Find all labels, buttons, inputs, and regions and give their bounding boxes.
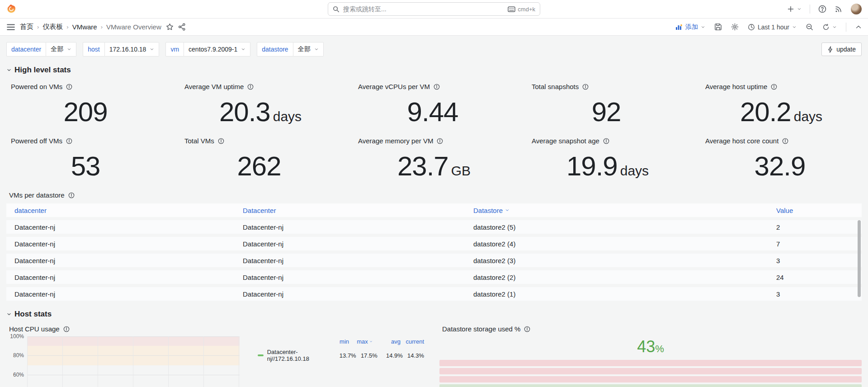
chevron-down-icon <box>67 47 71 52</box>
help-icon[interactable] <box>818 5 826 13</box>
add-panel-button[interactable]: 添加 <box>675 23 705 31</box>
y-axis-tick: 80% <box>13 352 27 359</box>
stat-value: 262 <box>237 151 281 181</box>
share-icon[interactable] <box>178 23 186 31</box>
panel-title: Host CPU usage <box>9 325 60 333</box>
vms-per-datastore-panel: VMs per datastore datacenter Datacenter … <box>6 188 862 301</box>
stat-title: Powered off VMs <box>11 137 62 145</box>
vms-table: datacenter Datacenter Datastore Value Da… <box>6 203 862 301</box>
info-icon[interactable] <box>524 326 530 332</box>
stat-title: Powered on VMs <box>11 83 62 90</box>
breadcrumb-current: VMware Overview <box>106 23 161 31</box>
info-icon[interactable] <box>782 138 788 144</box>
search-shortcut: cmd+k <box>508 6 535 13</box>
breadcrumb-separator: › <box>66 24 68 30</box>
cell-datacenter: Datacenter-nj <box>235 274 465 281</box>
table-row: Datacenter-nj Datacenter-nj datastore2 (… <box>6 287 862 301</box>
series-min: 13.7% <box>335 352 356 359</box>
variable-datacenter-select[interactable]: 全部 <box>46 42 76 57</box>
chevron-down-icon <box>6 311 12 317</box>
news-icon[interactable] <box>835 5 843 13</box>
column-header-value[interactable]: Value <box>768 207 862 214</box>
chart-plot-area <box>27 336 240 387</box>
dashboard-nav-bar: 首页 › 仪表板 › VMware › VMware Overview 添加 <box>0 19 868 36</box>
legend-col-avg[interactable]: avg <box>373 338 401 345</box>
info-icon[interactable] <box>247 84 254 90</box>
cell-datacenter-var: Datacenter-nj <box>6 240 235 248</box>
chevron-down-icon <box>832 25 837 29</box>
variable-host-label: host <box>83 42 104 57</box>
stat-powered-on-vms: Powered on VMs 209 <box>0 76 174 131</box>
refresh-button[interactable] <box>822 24 837 31</box>
cell-datacenter: Datacenter-nj <box>235 223 465 231</box>
info-icon[interactable] <box>218 138 224 144</box>
section-host-stats[interactable]: Host stats <box>0 305 868 321</box>
table-scrollbar[interactable] <box>858 220 861 297</box>
series-name[interactable]: Datacenter-nj//172.16.10.18 <box>267 349 333 362</box>
lightning-icon <box>827 46 833 53</box>
grafana-dashboard: cmd+k 首页 › 仪表板 › <box>0 0 868 387</box>
collapse-up-icon[interactable] <box>855 24 862 30</box>
cell-datastore: datastore2 (1) <box>465 290 768 298</box>
cpu-time-series-chart[interactable]: 100% 80% 60% <box>27 336 240 387</box>
save-icon[interactable] <box>714 23 722 31</box>
table-header-row: datacenter Datacenter Datastore Value <box>6 203 862 217</box>
user-avatar[interactable] <box>851 4 862 14</box>
info-icon[interactable] <box>63 326 70 332</box>
column-header-datacenter-var[interactable]: datacenter <box>6 207 235 214</box>
cell-datacenter: Datacenter-nj <box>235 257 465 264</box>
breadcrumb-vmware[interactable]: VMware <box>72 23 97 31</box>
settings-gear-icon[interactable] <box>731 23 739 31</box>
column-header-datastore[interactable]: Datastore <box>465 207 768 214</box>
section-high-level-stats[interactable]: High level stats <box>0 61 868 76</box>
search-input[interactable] <box>343 5 504 13</box>
legend-series-row: Datacenter-nj//172.16.10.18 13.7% 17.5% … <box>258 349 424 362</box>
cell-value: 24 <box>768 274 862 281</box>
keyboard-icon <box>508 6 515 12</box>
variable-vm-select[interactable]: centos7.9.2009-1 <box>184 42 250 57</box>
variable-vm-label: vm <box>165 42 184 57</box>
new-button[interactable] <box>787 5 802 13</box>
info-icon[interactable] <box>66 84 72 90</box>
info-icon[interactable] <box>437 138 443 144</box>
info-icon[interactable] <box>771 84 777 90</box>
update-button[interactable]: update <box>821 42 862 56</box>
cell-datacenter: Datacenter-nj <box>235 240 465 248</box>
column-header-datacenter[interactable]: Datacenter <box>235 207 465 214</box>
gauge-row-green <box>439 384 862 387</box>
legend-col-current[interactable]: current <box>401 338 424 345</box>
search-bar[interactable]: cmd+k <box>328 2 540 16</box>
stat-title: Average host uptime <box>705 83 767 90</box>
stat-average-host-core-count: Average host core count 32.9 <box>694 131 868 185</box>
variable-datacenter-label: datacenter <box>6 42 46 57</box>
variable-host-select[interactable]: 172.16.10.18 <box>105 42 160 57</box>
table-row: Datacenter-nj Datacenter-nj datastore2 (… <box>6 270 862 284</box>
info-icon[interactable] <box>582 84 589 90</box>
info-icon[interactable] <box>603 138 609 144</box>
zoom-out-icon[interactable] <box>806 23 813 31</box>
stat-value: 209 <box>63 97 107 127</box>
stat-unit: GB <box>451 163 471 178</box>
menu-icon[interactable] <box>6 23 15 32</box>
star-icon[interactable] <box>166 23 174 31</box>
info-icon[interactable] <box>434 84 440 90</box>
stat-title: Average VM uptime <box>184 83 244 90</box>
legend-col-min[interactable]: min <box>326 338 349 345</box>
breadcrumb-dashboards[interactable]: 仪表板 <box>42 23 63 31</box>
breadcrumb: 首页 › 仪表板 › VMware › VMware Overview <box>20 23 161 31</box>
top-bar: cmd+k <box>0 0 868 19</box>
info-icon[interactable] <box>68 192 75 198</box>
breadcrumb-home[interactable]: 首页 <box>20 23 33 31</box>
legend-col-max[interactable]: max <box>349 338 373 345</box>
time-range-picker[interactable]: Last 1 hour <box>748 24 797 31</box>
grafana-logo-icon[interactable] <box>6 4 16 14</box>
graph-add-icon <box>675 24 683 30</box>
info-icon[interactable] <box>66 138 72 144</box>
breadcrumb-separator: › <box>37 24 39 30</box>
stat-average-vcpus-per-vm: Average vCPUs per VM 9.44 <box>347 76 521 131</box>
storage-gauge-rows <box>439 360 862 387</box>
stat-average-snapshot-age: Average snapshot age 19.9days <box>521 131 694 185</box>
cell-value: 3 <box>768 257 862 264</box>
variable-host: host 172.16.10.18 <box>83 42 159 57</box>
variable-datastore-select[interactable]: 全部 <box>293 42 324 57</box>
